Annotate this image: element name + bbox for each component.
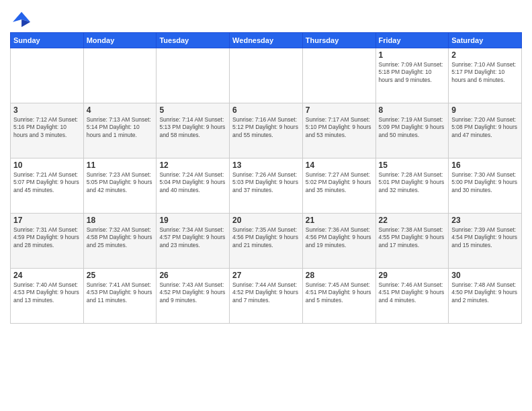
calendar-day-cell: 2Sunrise: 7:10 AM Sunset: 5:17 PM Daylig… bbox=[449, 48, 522, 103]
weekday-header-cell: Sunday bbox=[11, 33, 84, 48]
day-info: Sunrise: 7:12 AM Sunset: 5:16 PM Dayligh… bbox=[13, 116, 81, 139]
calendar-day-cell: 23Sunrise: 7:39 AM Sunset: 4:54 PM Dayli… bbox=[449, 214, 522, 269]
header bbox=[10, 7, 522, 28]
logo-icon bbox=[13, 9, 32, 28]
day-number: 14 bbox=[306, 161, 373, 170]
calendar-day-cell: 19Sunrise: 7:34 AM Sunset: 4:57 PM Dayli… bbox=[157, 214, 230, 269]
day-number: 28 bbox=[306, 271, 373, 280]
calendar-day-cell: 26Sunrise: 7:43 AM Sunset: 4:52 PM Dayli… bbox=[157, 269, 230, 324]
calendar-day-cell: 1Sunrise: 7:09 AM Sunset: 5:18 PM Daylig… bbox=[375, 48, 449, 103]
day-info: Sunrise: 7:13 AM Sunset: 5:14 PM Dayligh… bbox=[87, 116, 154, 139]
day-info: Sunrise: 7:27 AM Sunset: 5:02 PM Dayligh… bbox=[306, 171, 373, 194]
calendar-day-cell: 4Sunrise: 7:13 AM Sunset: 5:14 PM Daylig… bbox=[83, 103, 157, 158]
day-number: 21 bbox=[306, 216, 373, 225]
calendar-day-cell: 25Sunrise: 7:41 AM Sunset: 4:53 PM Dayli… bbox=[83, 269, 157, 324]
day-info: Sunrise: 7:36 AM Sunset: 4:56 PM Dayligh… bbox=[306, 226, 373, 249]
calendar-day-cell: 13Sunrise: 7:26 AM Sunset: 5:03 PM Dayli… bbox=[230, 158, 303, 214]
day-number: 27 bbox=[232, 271, 300, 280]
day-info: Sunrise: 7:10 AM Sunset: 5:17 PM Dayligh… bbox=[451, 61, 519, 84]
calendar-day-cell: 11Sunrise: 7:23 AM Sunset: 5:05 PM Dayli… bbox=[83, 158, 157, 214]
day-number: 7 bbox=[306, 105, 373, 115]
day-info: Sunrise: 7:35 AM Sunset: 4:56 PM Dayligh… bbox=[232, 226, 300, 249]
day-info: Sunrise: 7:39 AM Sunset: 4:54 PM Dayligh… bbox=[451, 226, 519, 249]
calendar-day-cell: 28Sunrise: 7:45 AM Sunset: 4:51 PM Dayli… bbox=[302, 269, 375, 324]
calendar-day-cell: 9Sunrise: 7:20 AM Sunset: 5:08 PM Daylig… bbox=[449, 103, 522, 158]
day-number: 4 bbox=[87, 105, 154, 115]
day-number: 3 bbox=[13, 105, 81, 115]
day-number: 30 bbox=[451, 271, 519, 280]
day-info: Sunrise: 7:40 AM Sunset: 4:53 PM Dayligh… bbox=[13, 281, 81, 304]
calendar-day-cell: 3Sunrise: 7:12 AM Sunset: 5:16 PM Daylig… bbox=[11, 103, 84, 158]
day-number: 2 bbox=[451, 50, 519, 60]
calendar-day-cell bbox=[157, 48, 230, 103]
day-info: Sunrise: 7:24 AM Sunset: 5:04 PM Dayligh… bbox=[159, 171, 226, 194]
day-info: Sunrise: 7:23 AM Sunset: 5:05 PM Dayligh… bbox=[87, 171, 154, 194]
weekday-header-cell: Thursday bbox=[302, 33, 375, 48]
calendar-day-cell: 6Sunrise: 7:16 AM Sunset: 5:12 PM Daylig… bbox=[230, 103, 303, 158]
calendar-body: 1Sunrise: 7:09 AM Sunset: 5:18 PM Daylig… bbox=[11, 48, 522, 324]
day-number: 8 bbox=[379, 105, 446, 115]
day-info: Sunrise: 7:28 AM Sunset: 5:01 PM Dayligh… bbox=[379, 171, 446, 194]
day-info: Sunrise: 7:30 AM Sunset: 5:00 PM Dayligh… bbox=[451, 171, 519, 194]
day-number: 15 bbox=[379, 161, 446, 170]
day-info: Sunrise: 7:32 AM Sunset: 4:58 PM Dayligh… bbox=[87, 226, 154, 249]
calendar-day-cell: 8Sunrise: 7:19 AM Sunset: 5:09 PM Daylig… bbox=[375, 103, 449, 158]
calendar-day-cell bbox=[302, 48, 375, 103]
day-info: Sunrise: 7:20 AM Sunset: 5:08 PM Dayligh… bbox=[451, 116, 519, 139]
day-number: 1 bbox=[379, 50, 446, 60]
calendar-day-cell: 12Sunrise: 7:24 AM Sunset: 5:04 PM Dayli… bbox=[157, 158, 230, 214]
calendar-week-row: 24Sunrise: 7:40 AM Sunset: 4:53 PM Dayli… bbox=[11, 269, 522, 324]
day-info: Sunrise: 7:26 AM Sunset: 5:03 PM Dayligh… bbox=[232, 171, 300, 194]
calendar-day-cell: 20Sunrise: 7:35 AM Sunset: 4:56 PM Dayli… bbox=[230, 214, 303, 269]
day-number: 20 bbox=[232, 216, 300, 225]
calendar-day-cell: 14Sunrise: 7:27 AM Sunset: 5:02 PM Dayli… bbox=[302, 158, 375, 214]
calendar-day-cell: 18Sunrise: 7:32 AM Sunset: 4:58 PM Dayli… bbox=[83, 214, 157, 269]
weekday-header-row: SundayMondayTuesdayWednesdayThursdayFrid… bbox=[11, 33, 522, 48]
day-info: Sunrise: 7:43 AM Sunset: 4:52 PM Dayligh… bbox=[159, 281, 226, 304]
day-info: Sunrise: 7:34 AM Sunset: 4:57 PM Dayligh… bbox=[159, 226, 226, 249]
day-info: Sunrise: 7:45 AM Sunset: 4:51 PM Dayligh… bbox=[306, 281, 373, 304]
calendar-week-row: 17Sunrise: 7:31 AM Sunset: 4:59 PM Dayli… bbox=[11, 214, 522, 269]
day-number: 24 bbox=[13, 271, 81, 280]
calendar-day-cell: 27Sunrise: 7:44 AM Sunset: 4:52 PM Dayli… bbox=[230, 269, 303, 324]
day-number: 17 bbox=[13, 216, 81, 225]
day-info: Sunrise: 7:17 AM Sunset: 5:10 PM Dayligh… bbox=[306, 116, 373, 139]
day-number: 16 bbox=[451, 161, 519, 170]
day-info: Sunrise: 7:44 AM Sunset: 4:52 PM Dayligh… bbox=[232, 281, 300, 304]
day-number: 29 bbox=[379, 271, 446, 280]
weekday-header-cell: Monday bbox=[83, 33, 157, 48]
calendar-week-row: 1Sunrise: 7:09 AM Sunset: 5:18 PM Daylig… bbox=[11, 48, 522, 103]
day-number: 9 bbox=[451, 105, 519, 115]
day-number: 5 bbox=[159, 105, 226, 115]
weekday-header-cell: Tuesday bbox=[157, 33, 230, 48]
day-info: Sunrise: 7:48 AM Sunset: 4:50 PM Dayligh… bbox=[451, 281, 519, 304]
page-container: SundayMondayTuesdayWednesdayThursdayFrid… bbox=[0, 0, 532, 329]
day-number: 10 bbox=[13, 161, 81, 170]
calendar-day-cell bbox=[83, 48, 157, 103]
calendar-day-cell: 21Sunrise: 7:36 AM Sunset: 4:56 PM Dayli… bbox=[302, 214, 375, 269]
day-number: 23 bbox=[451, 216, 519, 225]
calendar-day-cell: 15Sunrise: 7:28 AM Sunset: 5:01 PM Dayli… bbox=[375, 158, 449, 214]
day-number: 11 bbox=[87, 161, 154, 170]
calendar-day-cell: 7Sunrise: 7:17 AM Sunset: 5:10 PM Daylig… bbox=[302, 103, 375, 158]
day-number: 25 bbox=[87, 271, 154, 280]
calendar-day-cell: 29Sunrise: 7:46 AM Sunset: 4:51 PM Dayli… bbox=[375, 269, 449, 324]
logo bbox=[10, 9, 32, 28]
day-number: 18 bbox=[87, 216, 154, 225]
calendar-week-row: 10Sunrise: 7:21 AM Sunset: 5:07 PM Dayli… bbox=[11, 158, 522, 214]
calendar-day-cell bbox=[230, 48, 303, 103]
day-info: Sunrise: 7:38 AM Sunset: 4:55 PM Dayligh… bbox=[379, 226, 446, 249]
calendar-day-cell: 22Sunrise: 7:38 AM Sunset: 4:55 PM Dayli… bbox=[375, 214, 449, 269]
calendar-table: SundayMondayTuesdayWednesdayThursdayFrid… bbox=[10, 32, 522, 324]
day-info: Sunrise: 7:41 AM Sunset: 4:53 PM Dayligh… bbox=[87, 281, 154, 304]
weekday-header-cell: Wednesday bbox=[230, 33, 303, 48]
weekday-header-cell: Saturday bbox=[449, 33, 522, 48]
calendar-day-cell: 30Sunrise: 7:48 AM Sunset: 4:50 PM Dayli… bbox=[449, 269, 522, 324]
calendar-day-cell: 10Sunrise: 7:21 AM Sunset: 5:07 PM Dayli… bbox=[11, 158, 84, 214]
day-info: Sunrise: 7:21 AM Sunset: 5:07 PM Dayligh… bbox=[13, 171, 81, 194]
day-info: Sunrise: 7:46 AM Sunset: 4:51 PM Dayligh… bbox=[379, 281, 446, 304]
day-number: 6 bbox=[232, 105, 300, 115]
weekday-header-cell: Friday bbox=[375, 33, 449, 48]
day-info: Sunrise: 7:14 AM Sunset: 5:13 PM Dayligh… bbox=[159, 116, 226, 139]
day-info: Sunrise: 7:31 AM Sunset: 4:59 PM Dayligh… bbox=[13, 226, 81, 249]
